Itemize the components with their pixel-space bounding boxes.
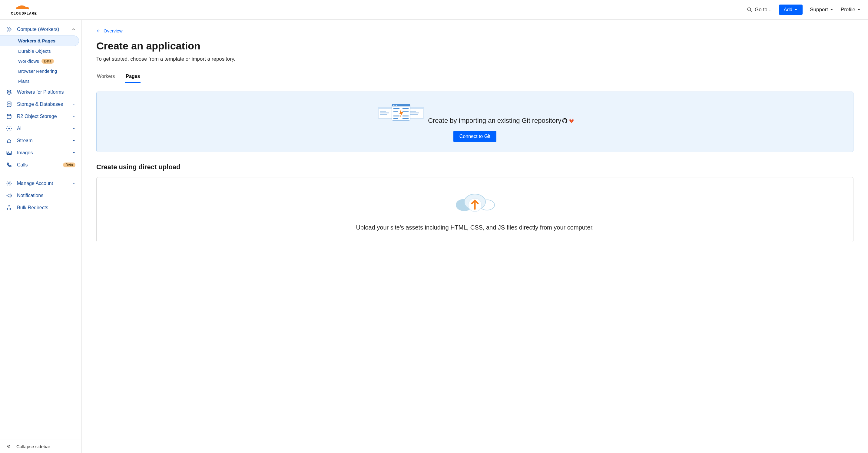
page-title: Create an application	[96, 40, 854, 52]
beta-badge: Beta	[41, 59, 54, 64]
cloudflare-logo[interactable]: CLOUDFLARE	[7, 4, 40, 16]
compute-icon	[6, 26, 12, 32]
collapse-icon	[6, 444, 11, 449]
svg-rect-10	[7, 151, 11, 154]
header-actions: Go to... Add Support Profile	[747, 4, 861, 15]
tabs: Workers Pages	[96, 70, 854, 83]
add-label: Add	[784, 7, 792, 12]
github-icon	[562, 118, 568, 124]
nav-label: AI	[17, 126, 67, 131]
svg-rect-14	[378, 107, 394, 109]
back-label: Overview	[103, 28, 123, 33]
caret-down-icon	[72, 115, 75, 118]
tab-workers[interactable]: Workers	[96, 70, 115, 83]
svg-point-8	[7, 114, 11, 116]
upload-card: Upload your site's assets including HTML…	[96, 177, 854, 242]
sidebar-item-manage-account[interactable]: Manage Account	[0, 177, 82, 190]
add-button[interactable]: Add	[779, 4, 803, 15]
caret-down-icon	[72, 182, 75, 185]
sidebar-sub-workflows[interactable]: WorkflowsBeta	[0, 56, 82, 66]
caret-down-icon	[72, 127, 75, 130]
git-illustration	[375, 102, 427, 123]
goto-search[interactable]: Go to...	[747, 7, 772, 13]
back-overview-link[interactable]: Overview	[96, 28, 123, 33]
sidebar-sub-plans[interactable]: Plans	[0, 76, 82, 86]
nav-label: Storage & Databases	[17, 102, 67, 107]
nav-label: R2 Object Storage	[17, 114, 67, 119]
sidebar-sub-browser-rendering[interactable]: Browser Rendering	[0, 66, 82, 76]
support-label: Support	[810, 7, 828, 13]
svg-rect-29	[403, 108, 408, 109]
chevron-up-icon	[72, 28, 75, 31]
sidebar-item-images[interactable]: Images	[0, 147, 82, 159]
goto-label: Go to...	[755, 7, 772, 13]
svg-rect-22	[410, 114, 417, 115]
header: CLOUDFLARE Go to... Add Support Profile	[0, 0, 868, 20]
svg-rect-20	[410, 111, 416, 112]
svg-text:CLOUDFLARE: CLOUDFLARE	[11, 11, 37, 15]
svg-rect-30	[394, 111, 398, 112]
sidebar-sub-durable-objects[interactable]: Durable Objects	[0, 46, 82, 56]
phone-icon	[6, 162, 12, 168]
svg-rect-28	[394, 108, 400, 109]
nav-label: Stream	[17, 138, 67, 143]
sidebar-item-calls[interactable]: Calls Beta	[0, 159, 82, 171]
nav-sub-label: Plans	[18, 79, 30, 84]
nav-label: Compute (Workers)	[17, 27, 67, 32]
svg-line-6	[750, 10, 752, 12]
profile-menu[interactable]: Profile	[841, 7, 861, 13]
main-content: Overview Create an application To get st…	[82, 20, 868, 453]
collapse-sidebar[interactable]: Collapse sidebar	[0, 439, 82, 453]
redirect-icon	[6, 205, 12, 211]
upload-section-title: Create using direct upload	[96, 163, 854, 171]
platforms-icon	[6, 89, 12, 95]
svg-point-1	[23, 7, 29, 10]
svg-point-12	[8, 183, 10, 185]
sidebar: Compute (Workers) Workers & Pages Durabl…	[0, 20, 82, 453]
sidebar-item-ai[interactable]: AI	[0, 122, 82, 135]
nav-label: Manage Account	[17, 181, 67, 186]
sidebar-item-r2[interactable]: R2 Object Storage	[0, 110, 82, 122]
gitlab-icon	[568, 118, 575, 124]
storage-icon	[6, 113, 12, 119]
sidebar-item-compute[interactable]: Compute (Workers)	[0, 23, 82, 35]
nav-label: Images	[17, 150, 67, 155]
cloud-upload-illustration	[451, 188, 499, 216]
gear-icon	[6, 180, 12, 187]
svg-rect-31	[403, 111, 408, 112]
git-card-heading: Create by importing an existing Git repo…	[428, 117, 575, 124]
svg-rect-16	[380, 113, 389, 113]
sidebar-item-bulk-redirects[interactable]: Bulk Redirects	[0, 202, 82, 214]
search-icon	[747, 7, 752, 12]
sidebar-sub-workers-pages[interactable]: Workers & Pages	[0, 35, 79, 46]
sidebar-item-stream[interactable]: Stream	[0, 135, 82, 147]
arrow-left-icon	[96, 28, 101, 33]
svg-point-9	[8, 128, 9, 129]
tab-label: Workers	[97, 74, 115, 79]
nav-sub-label: Durable Objects	[18, 49, 51, 54]
svg-rect-34	[394, 118, 398, 119]
git-import-card: Create by importing an existing Git repo…	[96, 91, 854, 152]
svg-point-26	[394, 105, 395, 106]
nav-sub-label: Workers & Pages	[18, 38, 55, 44]
megaphone-icon	[6, 193, 12, 199]
svg-rect-32	[394, 115, 400, 116]
nav-sub-label: Browser Rendering	[18, 68, 57, 74]
caret-down-icon	[72, 103, 75, 106]
tab-label: Pages	[126, 74, 140, 79]
sidebar-item-notifications[interactable]: Notifications	[0, 190, 82, 202]
svg-rect-21	[410, 113, 419, 113]
sidebar-item-storage[interactable]: Storage & Databases	[0, 98, 82, 110]
sidebar-item-workers-platforms[interactable]: Workers for Platforms	[0, 86, 82, 98]
svg-rect-33	[403, 115, 408, 116]
svg-rect-19	[408, 107, 424, 109]
connect-git-button[interactable]: Connect to Git	[454, 131, 496, 142]
svg-point-25	[393, 105, 394, 106]
sidebar-divider	[4, 174, 78, 174]
nav-sub-label: Workflows	[18, 58, 39, 64]
svg-rect-15	[380, 111, 386, 112]
support-menu[interactable]: Support	[810, 7, 834, 13]
tab-pages[interactable]: Pages	[125, 70, 141, 83]
page-subtitle: To get started, choose from a template o…	[96, 56, 854, 62]
images-icon	[6, 150, 12, 156]
